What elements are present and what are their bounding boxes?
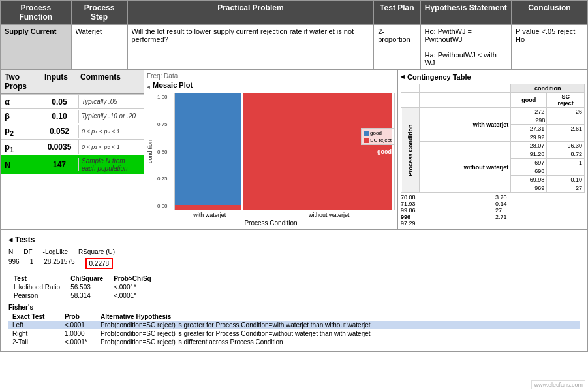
prop-value-alpha: 0.05 <box>40 95 79 108</box>
fishers-2tail-prob: <.0001* <box>61 338 97 346</box>
y-tick-025: 0.25 <box>157 176 173 182</box>
fishers-row-right: Right 1.0000 Prob(condition=SC reject) i… <box>8 329 580 338</box>
legend-good-color <box>364 131 369 136</box>
ct-nwj-label: without waterjet <box>419 150 510 184</box>
legend-good: good <box>364 130 392 136</box>
ct-wj-261: 2.61 <box>547 125 585 133</box>
ct-nwj-6998b: 69.98 <box>511 176 547 184</box>
cell-test-plan: 2-proportion <box>374 25 420 70</box>
stat-df-label: DF <box>23 248 32 255</box>
tests-title-text: Tests <box>15 235 35 244</box>
ct-extra-rows: 70.08 71.93 99.86 996 97.29 3.70 0.14 27… <box>401 194 585 227</box>
ct-extra-col1: 70.08 71.93 99.86 996 97.29 <box>401 194 490 227</box>
tests-triangle: ◂ <box>8 235 12 244</box>
ct-wj-2807 <box>547 133 585 142</box>
fishers-title: Fisher's <box>8 304 580 311</box>
mosaic-title: Mosaic Plot <box>153 81 193 89</box>
contingency-panel: ◂ Contingency Table condition good SCrej… <box>398 70 587 229</box>
contingency-title-text: Contingency Table <box>407 73 471 81</box>
mosaic-good-label: good <box>377 148 392 155</box>
fishers-col-hyp: Alternative Hypothesis <box>97 312 580 321</box>
tests-stats-row: N DF -LogLike RSquare (U) <box>8 248 580 255</box>
legend-reject-color <box>364 138 369 143</box>
fishers-left-test: Left <box>8 321 61 329</box>
mosaic-freq-label: Freq: Data <box>147 73 395 80</box>
tests-col-chisq: ChiSquare <box>65 274 108 283</box>
prop-comment-p1: 0 < p₁ < p₂ < 1 <box>79 142 144 152</box>
stat-loglike-value: 28.251575 <box>44 258 74 269</box>
cell-process-step: Waterjet <box>71 25 127 70</box>
stat-df-value: 1 <box>30 258 34 269</box>
mosaic-x-label-wj: with waterjet <box>156 212 264 218</box>
legend-reject: SC reject <box>364 137 392 143</box>
header-comments: Comments <box>76 70 144 93</box>
mosaic-legend: good SC reject <box>361 128 394 145</box>
fishers-col-prob: Prob <box>61 312 97 321</box>
col-header-process-step: Process Step <box>71 1 127 25</box>
fishers-table: Exact Test Prob Alternative Hypothesis L… <box>8 312 580 346</box>
tests-col-test: Test <box>8 274 65 283</box>
fishers-left-hyp: Prob(condition=SC reject) is greater for… <box>97 321 580 329</box>
prop-value-p1: 0.0035 <box>40 140 79 154</box>
prop-label-beta: β <box>1 109 40 123</box>
prop-value-p2: 0.052 <box>40 125 79 138</box>
ct-wj-sc-pct1 <box>547 116 585 125</box>
mosaic-x-label-nwj: without waterjet <box>264 212 395 218</box>
fishers-2tail-hyp: Prob(condition=SC reject) is different a… <box>97 338 580 346</box>
prop-comment-beta: Typically .10 or .20 <box>79 110 144 122</box>
cell-process-function: Supply Current <box>1 25 72 70</box>
ct-wj-row-pct: 96.30 <box>547 142 585 150</box>
ct-wj-9128: 91.28 <box>511 150 547 159</box>
test-lr-chisq: 56.503 <box>65 283 108 291</box>
ct-row-wj-2807: 28.07 96.30 <box>401 142 585 150</box>
fishers-row-left: Left <.0001 Prob(condition=SC reject) is… <box>8 321 580 329</box>
y-tick-05: 0.50 <box>157 149 173 155</box>
col-header-process-function: Process Function <box>1 1 72 25</box>
prop-label-p1: p1 <box>1 140 40 155</box>
mosaic-x-title: Process Condition <box>147 220 395 227</box>
ct-wj-872: 8.72 <box>547 150 585 159</box>
ct-row-count-header: Process Condition with waterjet 272 26 <box>401 108 585 116</box>
fishers-section: Fisher's Exact Test Prob Alternative Hyp… <box>8 304 580 346</box>
ct-extra-col2: 3.70 0.14 27 2.71 <box>495 194 585 227</box>
ct-empty4 <box>419 93 510 108</box>
ct-wj-2992: 29.92 <box>511 133 547 142</box>
ct-process-cond-label: Process Condition <box>401 108 420 193</box>
mosaic-triangle-icon: ◂ <box>147 83 150 90</box>
tests-stats-values: 996 1 28.251575 0.2278 <box>8 258 580 269</box>
middle-section: Two Props Inputs Comments α 0.05 Typical… <box>0 70 588 230</box>
mosaic-plot-area: good good SC reject <box>174 93 395 210</box>
contingency-triangle: ◂ <box>401 73 405 81</box>
fishers-left-prob: <.0001 <box>61 321 97 329</box>
mosaic-bar-wj-good <box>175 93 241 205</box>
test-row-lr: Likelihood Ratio 56.503 <.0001* <box>8 283 157 291</box>
tests-title: ◂ Tests <box>8 235 580 244</box>
two-props-row-p1: p1 0.0035 0 < p₁ < p₂ < 1 <box>1 139 144 155</box>
tests-col-prob: Prob>ChiSq <box>108 274 157 283</box>
test-lr-name: Likelihood Ratio <box>8 283 65 291</box>
ct-empty3 <box>401 93 420 108</box>
header-inputs: Inputs <box>40 70 76 93</box>
test-lr-prob: <.0001* <box>108 283 157 291</box>
stat-n-label: N <box>8 248 13 255</box>
stat-rsquare-label: RSquare (U) <box>78 248 115 255</box>
mosaic-chart-area: condition 1.00 0.75 0.50 0.25 0.00 <box>147 93 395 210</box>
prop-comment-n: Sample N from each population <box>79 155 144 174</box>
header-two-props: Two Props <box>1 70 40 93</box>
ct-nwj-6998 <box>547 167 585 176</box>
ct-wj-sc-count: 26 <box>547 108 585 116</box>
cell-conclusion: P value <.05 reject Ho <box>512 25 588 70</box>
test-pearson-name: Pearson <box>8 291 65 300</box>
ct-wj-good-total: 298 <box>511 116 547 125</box>
two-props-row-alpha: α 0.05 Typically .05 <box>1 94 144 108</box>
fishers-row-2tail: 2-Tail <.0001* Prob(condition=SC reject)… <box>8 338 580 346</box>
two-props-panel: Two Props Inputs Comments α 0.05 Typical… <box>1 70 144 229</box>
two-props-row-beta: β 0.10 Typically .10 or .20 <box>1 108 144 123</box>
test-row-pearson: Pearson 58.314 <.0001* <box>8 291 157 300</box>
cell-hypothesis: Ho: PwithWJ = PwithoutWJ Ha: PwithoutWJ … <box>420 25 512 70</box>
y-tick-075: 0.75 <box>157 122 173 127</box>
prop-comment-alpha: Typically .05 <box>79 96 144 107</box>
ct-nwj-010: 0.10 <box>547 176 585 184</box>
fishers-2tail-test: 2-Tail <box>8 338 61 346</box>
prop-label-p2: p2 <box>1 123 40 139</box>
